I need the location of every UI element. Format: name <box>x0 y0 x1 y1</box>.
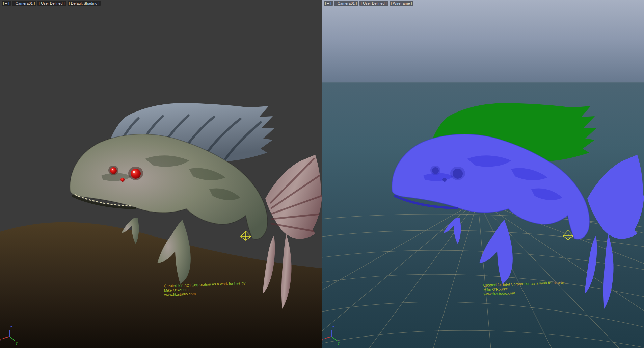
viewport-camera-menu[interactable]: [ Camera01 ] <box>334 1 358 6</box>
viewport-camera-menu[interactable]: [ Camera01 ] <box>12 1 36 6</box>
viewport-shaded[interactable]: [ + ] [ Camera01 ] [ User Defined ] [ De… <box>0 0 322 348</box>
axis-z-label: z <box>332 325 334 329</box>
viewport-plus-menu[interactable]: [ + ] <box>2 1 11 6</box>
viewport-menu: [ + ] [ Camera01 ] [ User Defined ] [ Wi… <box>324 1 413 6</box>
axis-x-label: x <box>0 338 1 341</box>
viewport-plus-menu[interactable]: [ + ] <box>324 1 333 6</box>
viewport-menu: [ + ] [ Camera01 ] [ User Defined ] [ De… <box>2 1 101 6</box>
max-viewport-area: [ + ] [ Camera01 ] [ User Defined ] [ De… <box>0 0 644 348</box>
axis-z-label: z <box>10 325 12 329</box>
light-gizmo[interactable] <box>241 231 251 240</box>
axis-y-label: y <box>338 341 340 345</box>
axis-y-label: y <box>16 341 18 345</box>
viewport-shading-menu[interactable]: [ Default Shading ] <box>68 1 101 6</box>
shaded-scene: x y z <box>0 0 322 348</box>
viewport-pov-menu[interactable]: [ User Defined ] <box>359 1 388 6</box>
viewport-pov-menu[interactable]: [ User Defined ] <box>37 1 66 6</box>
viewport-wireframe[interactable]: [ + ] [ Camera01 ] [ User Defined ] [ Wi… <box>322 0 644 348</box>
ground-wireframe-grid <box>322 201 644 348</box>
wireframe-scene: x y z <box>322 0 644 348</box>
axis-x-label: x <box>322 338 323 341</box>
viewport-shading-menu[interactable]: [ Wireframe ] <box>390 1 413 6</box>
